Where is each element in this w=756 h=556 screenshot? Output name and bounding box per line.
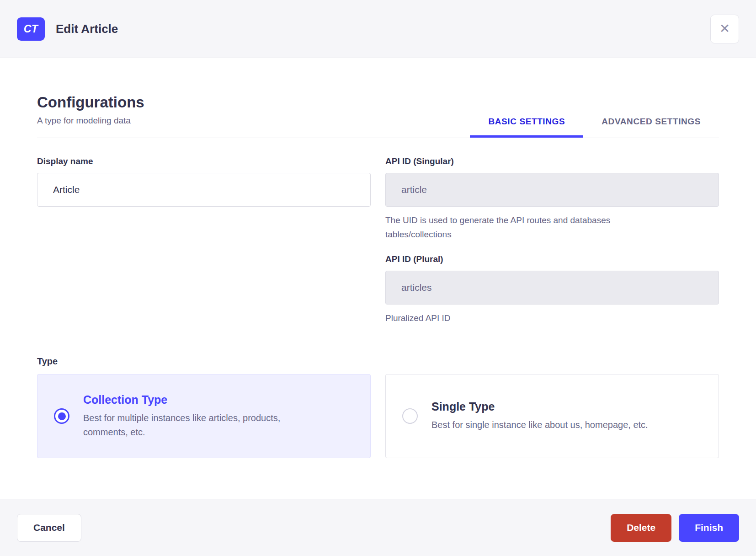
single-type-option[interactable]: Single Type Best for single instance lik…	[385, 374, 719, 458]
api-id-plural-label: API ID (Plural)	[385, 254, 719, 264]
settings-tabs: BASIC SETTINGS ADVANCED SETTINGS	[470, 117, 719, 138]
display-name-input[interactable]	[37, 173, 371, 207]
close-button[interactable]: ✕	[710, 15, 739, 43]
collection-type-title: Collection Type	[83, 393, 325, 406]
modal-header: CT Edit Article ✕	[0, 0, 756, 58]
display-name-field: Display name	[37, 156, 371, 325]
api-id-singular-label: API ID (Singular)	[385, 156, 719, 166]
radio-dot	[58, 412, 66, 420]
api-id-plural-input	[385, 271, 719, 305]
modal-footer: Cancel Delete Finish	[0, 499, 756, 556]
collection-type-radio[interactable]	[54, 408, 69, 424]
single-type-title: Single Type	[431, 400, 648, 413]
modal-title: Edit Article	[56, 22, 118, 36]
api-id-singular-hint: The UID is used to generate the API rout…	[385, 213, 678, 241]
tab-advanced-settings[interactable]: ADVANCED SETTINGS	[583, 117, 719, 138]
finish-button[interactable]: Finish	[679, 514, 739, 542]
edit-article-modal: CT Edit Article ✕ Configurations A type …	[0, 0, 756, 556]
collection-type-option[interactable]: Collection Type Best for multiple instan…	[37, 374, 371, 458]
api-id-singular-field: API ID (Singular) The UID is used to gen…	[385, 156, 719, 241]
display-name-label: Display name	[37, 156, 371, 166]
delete-button[interactable]: Delete	[611, 514, 671, 542]
section-header: Configurations A type for modeling data …	[37, 94, 719, 138]
type-section: Type Collection Type Best for multiple i…	[37, 356, 719, 458]
single-type-description: Best for single instance like about us, …	[431, 418, 648, 432]
api-id-plural-hint: Pluralized API ID	[385, 311, 678, 325]
footer-actions: Delete Finish	[611, 514, 739, 542]
section-titles: Configurations A type for modeling data	[37, 94, 144, 138]
close-icon: ✕	[719, 22, 730, 35]
api-id-column: API ID (Singular) The UID is used to gen…	[385, 156, 719, 325]
tab-basic-settings[interactable]: BASIC SETTINGS	[470, 117, 583, 138]
api-id-plural-field: API ID (Plural) Pluralized API ID	[385, 254, 719, 325]
page-title: Configurations	[37, 94, 144, 111]
page-subtitle: A type for modeling data	[37, 116, 144, 126]
single-type-radio[interactable]	[402, 408, 418, 424]
modal-body: Configurations A type for modeling data …	[0, 58, 756, 499]
type-options: Collection Type Best for multiple instan…	[37, 374, 719, 458]
api-id-singular-input	[385, 173, 719, 207]
single-type-text: Single Type Best for single instance lik…	[431, 400, 648, 432]
cancel-button[interactable]: Cancel	[17, 514, 81, 542]
content-type-badge: CT	[17, 17, 45, 41]
type-label: Type	[37, 356, 719, 367]
collection-type-text: Collection Type Best for multiple instan…	[83, 393, 325, 439]
collection-type-description: Best for multiple instances like article…	[83, 411, 325, 439]
configuration-form: Display name API ID (Singular) The UID i…	[37, 156, 719, 325]
